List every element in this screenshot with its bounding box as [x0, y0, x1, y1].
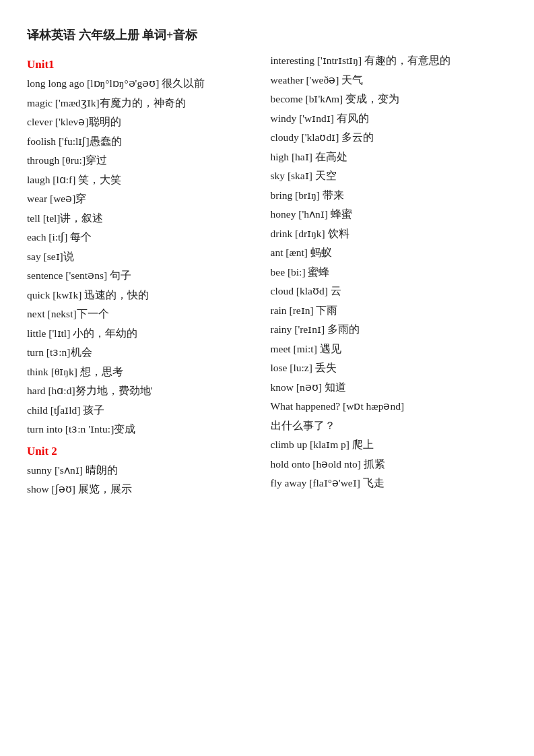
page-title: 译林英语 六年级上册 单词+音标 — [27, 27, 507, 43]
list-item: tell [tel]讲，叙述 — [27, 213, 264, 224]
list-item: fly away [flaɪ°ə'weɪ] 飞走 — [271, 478, 508, 489]
list-item: clever ['klevə]聪明的 — [27, 117, 264, 127]
list-item: foolish ['fu:lɪʃ]愚蠢的 — [27, 136, 264, 147]
list-item: honey ['hʌnɪ] 蜂蜜 — [271, 209, 508, 220]
list-item: long long ago [lɒŋ°lɒŋ°ə'gəʊ] 很久以前 — [27, 78, 264, 89]
unit2-header-left: Unit 2 — [27, 445, 264, 458]
list-item: hold onto [həold nto] 抓紧 — [271, 459, 508, 470]
list-item: turn into [tɜ:n 'ɪntu:]变成 — [27, 424, 264, 435]
list-item: weather ['weðə] 天气 — [271, 75, 508, 86]
list-item: sunny ['sʌnɪ] 晴朗的 — [27, 465, 264, 476]
list-item: laugh [lɑ:f] 笑，大笑 — [27, 175, 264, 185]
list-item: know [nəʊ] 知道 — [271, 382, 508, 393]
unit1-header-left: Unit1 — [27, 58, 264, 71]
list-item: become [bɪ'kʌm] 变成，变为 — [271, 94, 508, 104]
list-item: cloudy ['klaʊdɪ] 多云的 — [271, 132, 508, 143]
list-item: wear [weə]穿 — [27, 193, 264, 204]
list-item: ant [ænt] 蚂蚁 — [271, 247, 508, 258]
list-item: show [ʃəʊ] 展览，展示 — [27, 484, 264, 495]
list-item: each [i:tʃ] 每个 — [27, 232, 264, 243]
list-item: think [θɪŋk] 想，思考 — [27, 367, 264, 377]
list-item: bee [bi:] 蜜蜂 — [271, 267, 508, 278]
list-item: climb up [klaɪm p] 爬上 — [271, 439, 508, 450]
list-item: drink [drɪŋk] 饮料 — [271, 228, 508, 239]
left-column: Unit1 long long ago [lɒŋ°lɒŋ°ə'gəʊ] 很久以前… — [27, 55, 264, 503]
list-item: meet [mi:t] 遇见 — [271, 344, 508, 354]
list-item: rainy ['reɪnɪ] 多雨的 — [271, 324, 508, 335]
list-item: quick [kwɪk] 迅速的，快的 — [27, 290, 264, 301]
list-item: lose [lu:z] 丢失 — [271, 363, 508, 373]
list-item: interesting ['ɪntrɪstɪŋ] 有趣的，有意思的 — [271, 55, 508, 66]
list-item: rain [reɪn] 下雨 — [271, 305, 508, 316]
list-item: little ['lɪtl] 小的，年幼的 — [27, 328, 264, 339]
list-item: child [tʃaɪld] 孩子 — [27, 405, 264, 416]
list-item: next [nekst]下一个 — [27, 309, 264, 319]
list-item: high [haɪ] 在高处 — [271, 152, 508, 162]
list-item: windy ['wɪndɪ] 有风的 — [271, 113, 508, 124]
list-item: hard [hɑ:d]努力地，费劲地' — [27, 385, 264, 396]
list-item: sentence ['sentəns] 句子 — [27, 270, 264, 281]
list-item: magic ['mædʒɪk]有魔力的，神奇的 — [27, 98, 264, 108]
list-item: 出什么事了？ — [271, 420, 508, 431]
right-column: interesting ['ɪntrɪstɪŋ] 有趣的，有意思的weather… — [271, 55, 508, 503]
list-item: What happened? [wɒt hæpənd] — [271, 401, 508, 412]
list-item: turn [tɜ:n]机会 — [27, 347, 264, 358]
list-item: say [seɪ]说 — [27, 251, 264, 262]
list-item: cloud [klaʊd] 云 — [271, 286, 508, 296]
list-item: bring [brɪŋ] 带来 — [271, 190, 508, 201]
list-item: sky [skaɪ] 天空 — [271, 170, 508, 181]
list-item: through [θru:]穿过 — [27, 155, 264, 166]
